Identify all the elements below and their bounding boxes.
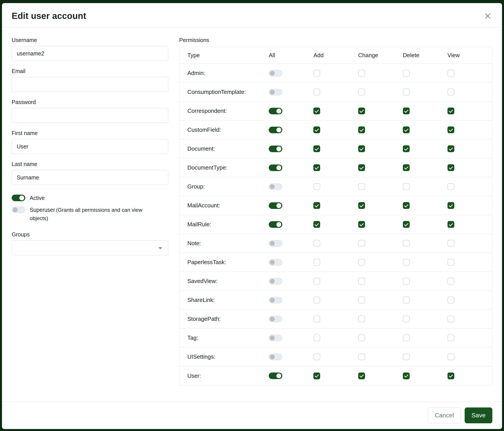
permission-view-checkbox[interactable]	[448, 315, 454, 322]
permission-add-checkbox[interactable]	[313, 259, 320, 266]
permission-delete-checkbox[interactable]	[403, 297, 410, 304]
permission-all-toggle[interactable]	[269, 278, 282, 285]
permission-change-checkbox[interactable]	[358, 164, 365, 171]
save-button[interactable]: Save	[465, 407, 492, 423]
permission-delete-checkbox[interactable]	[403, 240, 410, 247]
permission-all-toggle[interactable]	[269, 146, 282, 152]
permission-add-checkbox[interactable]	[313, 108, 320, 114]
email-field[interactable]	[12, 77, 168, 92]
permission-add-checkbox[interactable]	[313, 89, 320, 95]
permission-change-checkbox[interactable]	[358, 70, 365, 77]
permission-view-checkbox[interactable]	[448, 297, 454, 304]
permission-change-checkbox[interactable]	[358, 126, 365, 133]
permission-all-toggle[interactable]	[269, 127, 282, 133]
permission-add-checkbox[interactable]	[313, 126, 320, 133]
permission-add-checkbox[interactable]	[313, 240, 320, 247]
permission-delete-checkbox[interactable]	[403, 259, 410, 266]
permission-view-checkbox[interactable]	[448, 221, 454, 228]
password-field[interactable]	[12, 108, 168, 123]
permission-all-toggle[interactable]	[269, 89, 282, 95]
cancel-button[interactable]: Cancel	[428, 407, 461, 423]
active-toggle[interactable]	[12, 195, 25, 201]
permission-add-checkbox[interactable]	[313, 278, 320, 285]
permission-change-checkbox[interactable]	[358, 353, 365, 360]
permission-change-checkbox[interactable]	[358, 278, 365, 285]
first-name-field[interactable]	[12, 139, 168, 154]
permission-all-toggle[interactable]	[269, 221, 282, 228]
permission-view-checkbox[interactable]	[448, 278, 454, 285]
permission-change-checkbox[interactable]	[358, 259, 365, 266]
permission-add-checkbox[interactable]	[313, 353, 320, 360]
permission-all-toggle[interactable]	[269, 316, 282, 322]
permission-all-toggle[interactable]	[269, 259, 282, 266]
permission-view-checkbox[interactable]	[448, 202, 454, 209]
permission-delete-checkbox[interactable]	[403, 164, 410, 171]
permission-delete-checkbox[interactable]	[403, 221, 410, 228]
permission-view-checkbox[interactable]	[448, 334, 454, 341]
permission-add-checkbox[interactable]	[313, 221, 320, 228]
permission-change-checkbox[interactable]	[358, 202, 365, 209]
permission-view-checkbox[interactable]	[448, 108, 454, 114]
permission-delete-checkbox[interactable]	[403, 315, 410, 322]
permission-add-checkbox[interactable]	[313, 183, 320, 190]
permission-change-checkbox[interactable]	[358, 297, 365, 304]
permission-change-checkbox[interactable]	[358, 221, 365, 228]
permission-all-toggle[interactable]	[269, 108, 282, 114]
permission-view-checkbox[interactable]	[448, 145, 454, 152]
permission-delete-checkbox[interactable]	[403, 70, 410, 77]
close-icon[interactable]: ×	[483, 11, 492, 21]
permission-delete-checkbox[interactable]	[403, 183, 410, 190]
permission-add-checkbox[interactable]	[313, 297, 320, 304]
permission-cell-all	[269, 316, 313, 322]
permission-delete-checkbox[interactable]	[403, 202, 410, 209]
permission-add-checkbox[interactable]	[313, 315, 320, 322]
permission-add-checkbox[interactable]	[313, 334, 320, 341]
permission-change-checkbox[interactable]	[358, 373, 365, 379]
permission-delete-checkbox[interactable]	[403, 278, 410, 285]
permission-change-checkbox[interactable]	[358, 334, 365, 341]
permission-all-toggle[interactable]	[269, 164, 282, 171]
permission-all-toggle[interactable]	[269, 70, 282, 77]
permission-change-checkbox[interactable]	[358, 108, 365, 114]
permission-view-checkbox[interactable]	[448, 183, 454, 190]
permission-add-checkbox[interactable]	[313, 202, 320, 209]
permission-change-checkbox[interactable]	[358, 240, 365, 247]
permission-delete-checkbox[interactable]	[403, 89, 410, 95]
permission-delete-checkbox[interactable]	[403, 373, 410, 379]
permission-change-checkbox[interactable]	[358, 183, 365, 190]
permission-change-checkbox[interactable]	[358, 145, 365, 152]
permission-delete-checkbox[interactable]	[403, 145, 410, 152]
permission-add-checkbox[interactable]	[313, 145, 320, 152]
username-field[interactable]	[12, 46, 168, 61]
permission-all-toggle[interactable]	[269, 202, 282, 209]
permission-delete-checkbox[interactable]	[403, 334, 410, 341]
permission-view-checkbox[interactable]	[448, 126, 454, 133]
permission-view-checkbox[interactable]	[448, 164, 454, 171]
permission-all-toggle[interactable]	[269, 335, 282, 341]
permission-all-toggle[interactable]	[269, 240, 282, 247]
permission-delete-checkbox[interactable]	[403, 108, 410, 114]
permission-all-toggle[interactable]	[269, 373, 282, 379]
permission-view-checkbox[interactable]	[448, 89, 454, 95]
permission-change-checkbox[interactable]	[358, 315, 365, 322]
permission-delete-checkbox[interactable]	[403, 126, 410, 133]
permission-view-checkbox[interactable]	[448, 373, 454, 379]
permission-view-checkbox[interactable]	[448, 353, 454, 360]
permission-add-checkbox[interactable]	[313, 70, 320, 77]
permission-add-checkbox[interactable]	[313, 373, 320, 379]
permission-view-checkbox[interactable]	[448, 70, 454, 77]
permission-add-checkbox[interactable]	[313, 164, 320, 171]
permission-delete-checkbox[interactable]	[403, 353, 410, 360]
permission-view-checkbox[interactable]	[448, 259, 454, 266]
permission-all-toggle[interactable]	[269, 183, 282, 190]
superuser-toggle[interactable]	[12, 207, 25, 213]
permission-all-toggle[interactable]	[269, 354, 282, 360]
permission-view-checkbox[interactable]	[448, 240, 454, 247]
groups-select[interactable]	[12, 240, 168, 255]
permission-cell-view	[448, 164, 492, 171]
permission-cell-delete	[403, 202, 448, 209]
permission-change-checkbox[interactable]	[358, 89, 365, 95]
permission-row: User:	[180, 366, 492, 385]
permission-all-toggle[interactable]	[269, 297, 282, 304]
last-name-field[interactable]	[12, 170, 168, 185]
